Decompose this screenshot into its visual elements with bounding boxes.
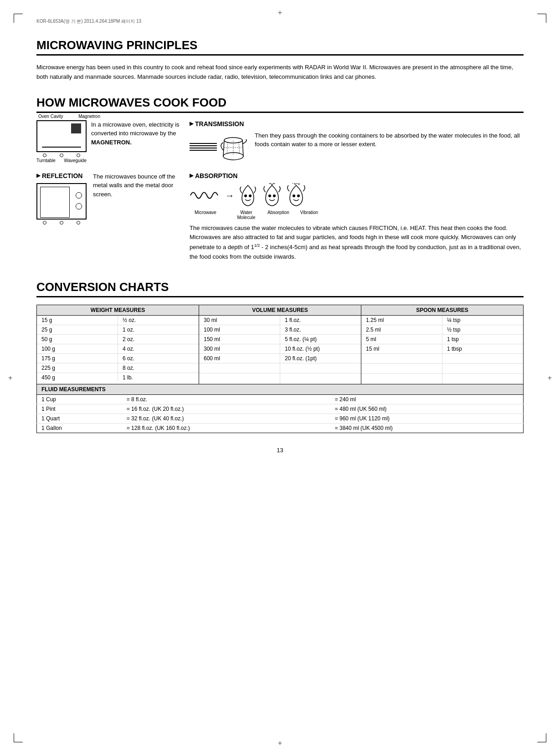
spoon-row-empty-1 [361,354,523,364]
svg-point-9 [249,194,252,197]
volume-row-empty-2 [199,373,361,383]
spoon-row-empty-2 [361,364,523,374]
svg-point-12 [293,194,295,197]
spoon-row-0: 1.25 ml ¼ tsp [361,316,523,325]
volume-cell-1-1: 3 fl.oz. [280,325,361,334]
fluid-measurements-table: FLUID MEASUREMENTS 1 Cup = 8 fl.oz. = 24… [36,384,524,433]
volume-row-1: 100 ml 3 fl.oz. [199,325,361,335]
microwaving-intro: Microwave energy has been used in this c… [36,63,524,82]
crosshair-right: + [548,374,552,382]
weight-cell-0-1: ½ oz. [118,316,199,325]
absorption-diagram: → [190,183,524,208]
volume-cell-0-0: 30 ml [199,316,280,325]
oven-description: In a microwave oven, electricity is conv… [91,120,182,147]
weight-measures-col: WEIGHT MEASURES 15 g ½ oz. 25 g 1 oz. 50… [37,305,199,384]
weight-row-4: 175 g 6 oz. [37,354,199,363]
water-molecule-vibration-svg [286,183,307,208]
mw-foot-2 [60,221,63,225]
oven-foot-3 [77,153,80,157]
volume-header: VOLUME MEASURES [199,305,361,316]
t-line-2 [190,145,217,146]
volume-measures-col: VOLUME MEASURES 30 ml 1 fl.oz. 100 ml 3 … [199,305,361,384]
svg-line-1 [223,140,224,156]
spoon-cell-1-1: ½ tsp [442,325,523,334]
water-molecule-before-svg [238,183,258,208]
absorption-label: ABSORPTION [190,172,524,179]
fluid-cell-2-0: 1 Quart [37,414,122,424]
spoon-row-1: 2.5 ml ½ tsp [361,325,523,335]
spoon-cell-1-0: 2.5 ml [361,325,442,334]
oven-cavity-label: Oven Cavity [38,114,63,119]
spoon-cell-3-0: 15 ml [361,344,442,353]
t-line-1 [190,143,217,144]
weight-row-3: 100 g 4 oz. [37,344,199,354]
absorption-diagram-labels: Microwave Water Molecule Absorption Vibr… [190,210,524,220]
fluid-row-0: 1 Cup = 8 fl.oz. = 240 ml [37,395,524,404]
reflection-text: The microwaves bounce off the metal wall… [93,172,182,199]
volume-cell-4-0: 600 ml [199,354,280,363]
microwave-diagram-label: Microwave [190,210,221,220]
page-number: 13 [36,447,524,454]
reflection-area: REFLECTION The microwaves bounce off the… [36,172,182,225]
volume-cell-0-1: 1 fl.oz. [280,316,361,325]
volume-row-4: 600 ml 20 fl.oz. (1pt) [199,354,361,363]
left-column: Oven Cavity Magnetron Turntable Waveguid… [36,120,182,225]
spoon-row-2: 5 ml 1 tsp [361,335,523,344]
weight-row-0: 15 g ½ oz. [37,316,199,325]
svg-point-8 [244,194,247,197]
weight-row-2: 50 g 2 oz. [37,335,199,344]
fluid-cell-3-2: = 3840 ml (UK 4500 ml) [330,424,524,433]
fluid-cell-1-0: 1 Pint [37,404,122,414]
transmission-text: Then they pass through the cooking conta… [255,131,524,149]
crosshair-left: + [8,374,12,382]
absorption-area: ABSORPTION → [190,172,524,262]
transmission-area: TRANSMISSION [190,120,524,163]
right-column: TRANSMISSION [190,120,524,262]
transmission-content: Then they pass through the cooking conta… [190,131,524,163]
water-molecule-diagram-label: Water Molecule [236,210,257,220]
weight-cell-2-1: 2 oz. [118,335,199,344]
volume-cell-3-1: 10 fl.oz. (½ pt) [280,344,361,353]
fluid-cell-0-2: = 240 ml [330,395,524,404]
microwaving-title: MICROWAVING PRINCIPLES [36,38,524,56]
reflection-block: REFLECTION [36,172,87,225]
t-line-3 [190,148,217,148]
volume-cell-4-1: 20 fl.oz. (1pt) [280,354,361,363]
spoon-header: SPOON MEASURES [361,305,523,316]
transmission-label: TRANSMISSION [190,120,524,128]
fluid-cell-3-1: = 128 fl.oz. (UK 160 fl.oz.) [122,424,330,433]
svg-point-11 [273,194,276,197]
oven-box-container: Oven Cavity Magnetron Turntable Waveguid… [36,120,87,163]
volume-cell-2-0: 150 ml [199,335,280,344]
fluid-header: FLUID MEASUREMENTS [37,384,524,395]
spoon-cell-0-1: ¼ tsp [442,316,523,325]
svg-point-13 [297,194,300,197]
spoon-cell-0-0: 1.25 ml [361,316,442,325]
weight-cell-6-1: 1 lb. [118,373,199,382]
fluid-row-3: 1 Gallon = 128 fl.oz. (UK 160 fl.oz.) = … [37,424,524,433]
mw-dial-2 [76,203,82,209]
spoon-cell-2-1: 1 tsp [442,335,523,344]
oven-foot-2 [60,153,63,157]
weight-cell-1-0: 25 g [37,325,118,334]
reflection-label: REFLECTION [36,172,87,179]
fluid-row-2: 1 Quart = 32 fl.oz. (UK 40 fl.oz.) = 960… [37,414,524,424]
microwave-diagram-box [36,183,87,220]
mw-foot-3 [77,221,80,225]
fluid-cell-2-1: = 32 fl.oz. (UK 40 fl.oz.) [122,414,330,424]
volume-row-0: 30 ml 1 fl.oz. [199,316,361,325]
spoon-row-3: 15 ml 1 tbsp [361,344,523,354]
absorption-text: The microwaves cause the water molecules… [190,224,524,262]
weight-cell-4-1: 6 oz. [118,354,199,363]
how-microwaves-section: Oven Cavity Magnetron Turntable Waveguid… [36,120,524,262]
crosshair-top [276,8,285,17]
volume-cell-1-0: 100 ml [199,325,280,334]
weight-cell-5-0: 225 g [37,363,118,373]
mw-foot-1 [43,221,46,225]
oven-box [36,120,87,152]
weight-cell-3-1: 4 oz. [118,344,199,353]
fluid-cell-1-2: = 480 ml (UK 560 ml) [330,404,524,414]
magnetron-label: Magnetron [78,114,100,119]
fluid-cell-0-1: = 8 fl.oz. [122,395,330,404]
spoon-cell-2-0: 5 ml [361,335,442,344]
